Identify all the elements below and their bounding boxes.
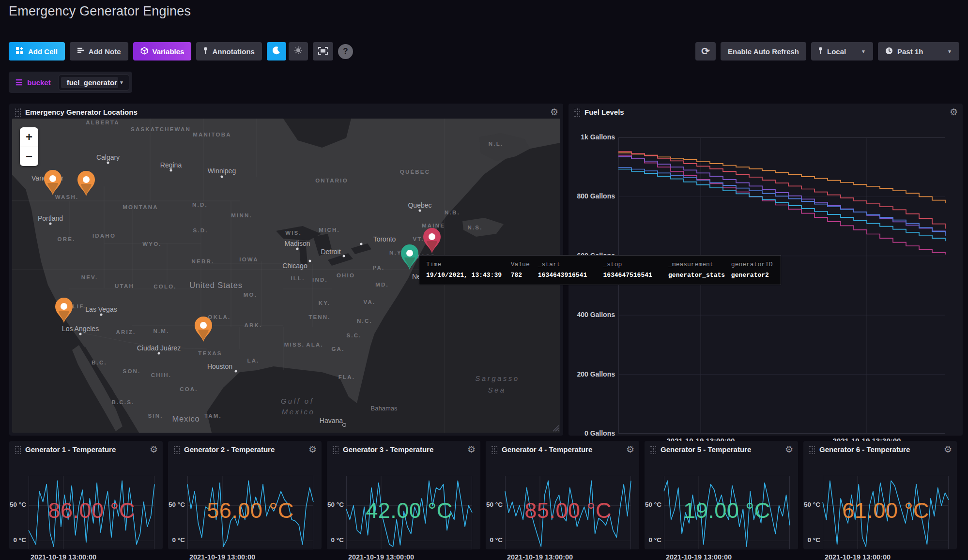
drag-handle-icon[interactable] [332, 445, 338, 454]
gear-icon[interactable]: ⚙ [150, 445, 158, 454]
temperature-chart-area[interactable]: 50 °C 0 °C 86.00 °C 2021-10-19 13:00:00 [9, 457, 163, 549]
y-tick-0: 0 °C [168, 536, 185, 544]
map-city-dot [100, 314, 103, 316]
temperature-sparkline[interactable] [664, 476, 790, 549]
temperature-chart-area[interactable]: 50 °C 0 °C 61.00 °C 2021-10-19 13:00:00 [803, 457, 957, 549]
note-icon [77, 47, 84, 56]
temperature-chart-area[interactable]: 50 °C 0 °C 56.00 °C 2021-10-19 13:00:00 [168, 457, 322, 549]
timezone-dropdown[interactable]: Local ▼ [811, 42, 873, 61]
temperature-chart-area[interactable]: 50 °C 0 °C 42.00 °C 2021-10-19 13:00:00 [327, 457, 480, 549]
drag-handle-icon[interactable] [14, 107, 21, 117]
fuel-y-tick-label: 0 Gallons [569, 429, 615, 437]
tooltip-column-header: _start [538, 261, 603, 268]
map-cell-header: Emergency Generator Locations ⚙ [9, 104, 563, 120]
tooltip-value: generator2 [731, 272, 774, 279]
gear-icon[interactable]: ⚙ [950, 107, 958, 117]
drag-handle-icon[interactable] [649, 445, 656, 454]
annotations-button[interactable]: Annotations [196, 42, 262, 61]
resize-handle[interactable] [551, 423, 559, 432]
zoom-in-button[interactable]: + [20, 127, 38, 147]
add-note-label: Add Note [89, 47, 121, 56]
temperature-cell-header: Generator 4 - Temperature ⚙ [486, 441, 639, 457]
fuel-y-tick-label: 1k Gallons [569, 133, 615, 141]
temperature-cell-header: Generator 5 - Temperature ⚙ [645, 441, 798, 457]
refresh-button[interactable]: ⟳ [695, 42, 716, 61]
map-city-dot [79, 333, 82, 335]
map-city-dot [360, 243, 363, 245]
temperature-cell-title: Generator 1 - Temperature [25, 445, 145, 454]
map-city-dot [296, 248, 299, 250]
temperature-cell-title: Generator 4 - Temperature [502, 445, 622, 454]
gear-icon[interactable]: ⚙ [626, 445, 634, 454]
gear-icon[interactable]: ⚙ [308, 445, 317, 454]
add-cell-label: Add Cell [28, 47, 58, 56]
variables-button[interactable]: Variables [133, 42, 192, 61]
tooltip-column: generatorIDgenerator2 [731, 261, 774, 279]
drag-handle-icon[interactable] [173, 445, 180, 454]
temperature-sparkline[interactable] [346, 476, 472, 549]
temperature-sparkline[interactable] [505, 476, 631, 549]
temperature-cell-title: Generator 3 - Temperature [343, 445, 463, 454]
map-pin-marker[interactable] [423, 228, 441, 255]
drag-handle-icon[interactable] [808, 445, 815, 454]
help-button[interactable]: ? [338, 44, 353, 59]
enable-auto-refresh-button[interactable]: Enable Auto Refresh [721, 42, 806, 61]
drag-handle-icon[interactable]: ☰ [15, 78, 22, 87]
temperature-cell-title: Generator 5 - Temperature [661, 445, 781, 454]
add-note-button[interactable]: Add Note [70, 42, 128, 61]
temperature-cell-header: Generator 6 - Temperature ⚙ [803, 441, 957, 457]
cube-icon [140, 47, 148, 56]
map-pin-marker[interactable] [195, 317, 212, 344]
x-tick-label: 2021-10-19 13:00:00 [9, 553, 118, 560]
variables-label: Variables [153, 47, 184, 56]
dark-mode-toggle[interactable] [267, 42, 286, 61]
map-pin-marker[interactable] [44, 170, 61, 197]
x-tick-label: 2021-10-19 13:00:00 [327, 553, 435, 560]
drag-handle-icon[interactable] [491, 445, 497, 454]
tooltip-value: 1634643916541 [538, 272, 603, 279]
add-cell-button[interactable]: Add Cell [9, 42, 65, 61]
tooltip-value: 19/10/2021, 13:43:39 [426, 272, 511, 279]
temperature-sparkline[interactable] [823, 476, 949, 549]
tooltip-value: generator_stats [668, 272, 731, 279]
fuel-chart-plot[interactable] [618, 137, 945, 434]
y-tick-50: 50 °C [9, 501, 26, 508]
tooltip-column-header: _measurement [668, 261, 731, 268]
zoom-out-button[interactable]: − [20, 147, 38, 166]
chevron-down-icon: ▼ [119, 80, 124, 85]
bucket-variable-dropdown[interactable]: fuel_generator ▼ [59, 75, 129, 91]
y-tick-0: 0 °C [9, 536, 26, 544]
map-pin-marker[interactable] [77, 171, 95, 198]
light-mode-toggle[interactable] [289, 42, 308, 61]
chevron-down-icon: ▼ [861, 49, 866, 54]
time-range-dropdown[interactable]: Past 1h ▼ [878, 42, 959, 61]
temperature-sparkline[interactable] [187, 476, 313, 549]
temperature-cell: Generator 4 - Temperature ⚙ 50 °C 0 °C 8… [486, 441, 639, 549]
gear-icon[interactable]: ⚙ [467, 445, 476, 454]
theme-toggle [267, 42, 308, 61]
map-pin-marker[interactable] [401, 244, 418, 272]
drag-handle-icon[interactable] [14, 445, 21, 454]
temperature-sparkline[interactable] [29, 476, 154, 549]
map-city-dot [170, 169, 172, 172]
toolbar-right: ⟳ Enable Auto Refresh Local ▼ [695, 42, 959, 61]
map-pin-marker[interactable] [55, 298, 73, 325]
fullscreen-icon [318, 47, 328, 56]
annotations-label: Annotations [212, 47, 255, 56]
chevron-down-icon: ▼ [947, 49, 952, 54]
chart-tooltip: Time19/10/2021, 13:43:39Value782_start16… [419, 255, 781, 285]
y-tick-50: 50 °C [168, 501, 185, 508]
map-city-dot [49, 223, 52, 225]
drag-handle-icon[interactable] [573, 107, 580, 117]
temperature-chart-area[interactable]: 50 °C 0 °C 19.00 °C 2021-10-19 13:00:00 [645, 457, 798, 549]
temperature-chart-area[interactable]: 50 °C 0 °C 85.00 °C 2021-10-19 13:00:00 [486, 457, 639, 549]
tooltip-column: _start1634643916541 [538, 261, 603, 279]
variables-bar: ☰ bucket fuel_generator ▼ [9, 72, 132, 93]
add-cell-icon [16, 47, 24, 56]
presentation-mode-button[interactable] [313, 42, 333, 61]
gear-icon[interactable]: ⚙ [944, 445, 952, 454]
gear-icon[interactable]: ⚙ [550, 107, 558, 117]
temperature-cell: Generator 2 - Temperature ⚙ 50 °C 0 °C 5… [168, 441, 322, 549]
x-tick-label: 2021-10-19 13:00:00 [803, 553, 912, 560]
gear-icon[interactable]: ⚙ [785, 445, 793, 454]
